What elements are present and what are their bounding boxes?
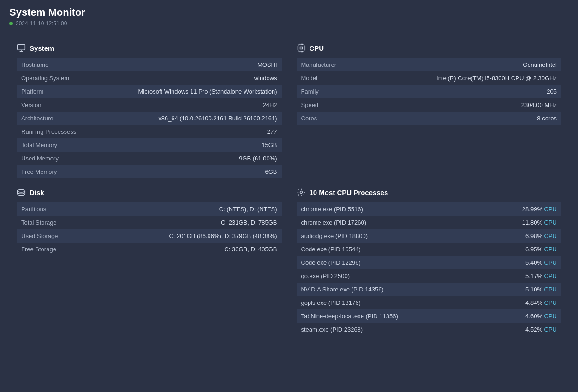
table-row: HostnameMOSHI [17,58,282,71]
row-label: Speed [297,98,403,112]
status-dot [9,22,13,25]
row-value: 15GB [123,138,282,152]
row-value: C: (NTFS), D: (NTFS) [123,202,282,216]
row-value: x86_64 (10.0.26100.2161 Build 26100.2161… [123,112,282,125]
row-value: C: 231GB, D: 785GB [123,216,282,229]
table-row: Family205 [297,85,562,98]
row-label: Version [17,98,123,112]
process-cpu: 5.40% CPU [484,256,561,269]
table-row: Free Memory6GB [17,165,282,178]
processes-panel: 10 Most CPU Processes chrome.exe (PID 55… [289,183,569,341]
header: System Monitor 2024-11-10 12:51:00 [0,0,578,30]
table-row: TabNine-deep-local.exe (PID 11356)4.60% … [297,309,562,323]
cpu-panel: CPU ManufacturerGenuineIntelModelIntel(R… [289,39,569,183]
row-value: windows [123,71,282,85]
row-value: Intel(R) Core(TM) i5-8300H CPU @ 2.30GHz [402,71,561,85]
table-row: steam.exe (PID 23268)4.52% CPU [297,323,562,336]
process-name: TabNine-deep-local.exe (PID 11356) [297,309,484,323]
table-row: ManufacturerGenuineIntel [297,58,562,71]
row-label: Total Storage [17,216,123,229]
row-label: Free Memory [17,165,123,178]
table-row: Total Memory15GB [17,138,282,152]
processes-title: 10 Most CPU Processes [297,188,562,197]
system-panel: System HostnameMOSHIOperating Systemwind… [9,39,289,183]
system-title: System [17,43,282,53]
disk-icon [17,188,26,197]
table-row: Version24H2 [17,98,282,112]
process-name: go.exe (PID 2500) [297,269,484,283]
disk-panel: Disk PartitionsC: (NTFS), D: (NTFS)Total… [9,183,289,341]
system-table: HostnameMOSHIOperating SystemwindowsPlat… [17,58,282,178]
process-table: chrome.exe (PID 5516)28.99% CPUchrome.ex… [297,202,562,336]
table-row: PlatformMicrosoft Windows 11 Pro (Standa… [17,85,282,98]
cpu-title: CPU [297,43,562,53]
process-cpu: 6.95% CPU [484,243,561,256]
row-label: Free Storage [17,243,123,256]
row-label: Cores [297,112,403,125]
svg-rect-0 [18,45,25,50]
row-value: GenuineIntel [402,58,561,71]
process-cpu: 4.60% CPU [484,309,561,323]
processes-icon [297,188,306,197]
svg-point-17 [18,189,25,192]
row-label: Family [297,85,403,98]
row-label: Running Processess [17,125,123,138]
row-label: Used Memory [17,152,123,165]
row-label: Platform [17,85,123,98]
cpu-icon [297,43,306,53]
row-value: 205 [402,85,561,98]
process-cpu: 4.84% CPU [484,296,561,309]
process-cpu: 5.17% CPU [484,269,561,283]
process-name: NVIDIA Share.exe (PID 14356) [297,283,484,296]
table-row: chrome.exe (PID 5516)28.99% CPU [297,202,562,216]
svg-point-18 [300,191,302,194]
table-row: Used StorageC: 201GB (86.96%), D: 379GB … [17,229,282,243]
table-row: Cores8 cores [297,112,562,125]
svg-rect-4 [300,47,302,49]
table-row: Running Processess277 [17,125,282,138]
row-label: Operating System [17,71,123,85]
table-row: Architecturex86_64 (10.0.26100.2161 Buil… [17,112,282,125]
process-cpu: 11.80% CPU [484,216,561,229]
process-name: Code.exe (PID 16544) [297,243,484,256]
table-row: gopls.exe (PID 13176)4.84% CPU [297,296,562,309]
row-label: Manufacturer [297,58,403,71]
row-label: Model [297,71,403,85]
row-label: Total Memory [17,138,123,152]
process-cpu: 28.99% CPU [484,202,561,216]
process-cpu: 6.98% CPU [484,229,561,243]
table-row: ModelIntel(R) Core(TM) i5-8300H CPU @ 2.… [297,71,562,85]
app-title: System Monitor [9,6,569,18]
process-name: audiodg.exe (PID 18800) [297,229,484,243]
row-value: C: 30GB, D: 405GB [123,243,282,256]
table-row: Total StorageC: 231GB, D: 785GB [17,216,282,229]
svg-rect-3 [298,45,304,51]
row-label: Partitions [17,202,123,216]
table-row: Speed2304.00 MHz [297,98,562,112]
system-icon [17,43,26,53]
row-value: 6GB [123,165,282,178]
row-label: Architecture [17,112,123,125]
row-value: 8 cores [402,112,561,125]
row-value: 277 [123,125,282,138]
process-name: chrome.exe (PID 5516) [297,202,484,216]
cpu-table: ManufacturerGenuineIntelModelIntel(R) Co… [297,58,562,125]
process-cpu: 5.10% CPU [484,283,561,296]
disk-title: Disk [17,188,282,197]
row-value: MOSHI [123,58,282,71]
table-row: Free StorageC: 30GB, D: 405GB [17,243,282,256]
process-name: chrome.exe (PID 17260) [297,216,484,229]
row-label: Used Storage [17,229,123,243]
table-row: Code.exe (PID 12296)5.40% CPU [297,256,562,269]
table-row: go.exe (PID 2500)5.17% CPU [297,269,562,283]
table-row: Code.exe (PID 16544)6.95% CPU [297,243,562,256]
process-name: Code.exe (PID 12296) [297,256,484,269]
process-name: gopls.exe (PID 13176) [297,296,484,309]
table-row: Used Memory9GB (61.00%) [17,152,282,165]
table-row: PartitionsC: (NTFS), D: (NTFS) [17,202,282,216]
process-cpu: 4.52% CPU [484,323,561,336]
table-row: chrome.exe (PID 17260)11.80% CPU [297,216,562,229]
timestamp: 2024-11-10 12:51:00 [16,20,67,27]
table-row: NVIDIA Share.exe (PID 14356)5.10% CPU [297,283,562,296]
row-value: C: 201GB (86.96%), D: 379GB (48.38%) [123,229,282,243]
